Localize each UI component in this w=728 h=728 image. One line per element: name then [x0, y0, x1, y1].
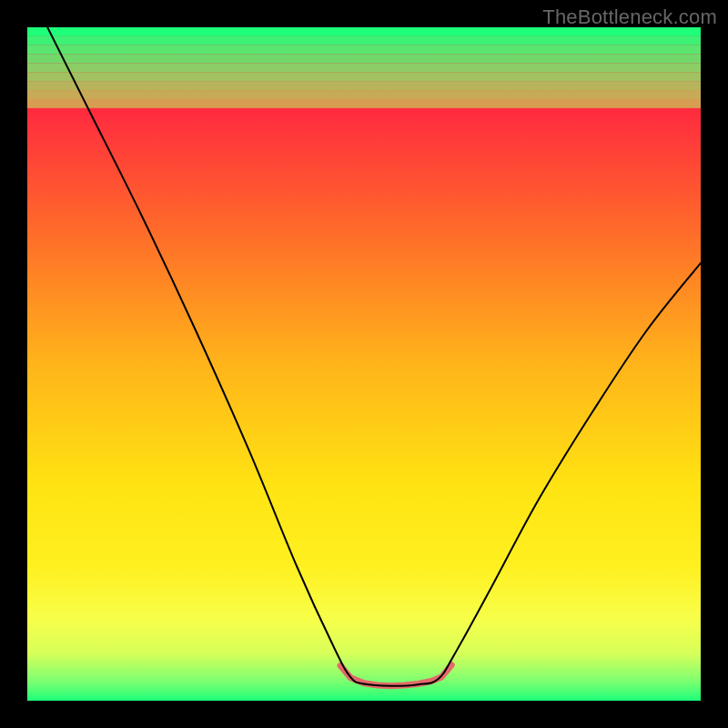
watermark-text: TheBottleneck.com: [542, 5, 717, 29]
plot-area: [27, 27, 701, 701]
chart-frame: TheBottleneck.com: [0, 0, 728, 728]
bottleneck-curve: [27, 27, 701, 701]
